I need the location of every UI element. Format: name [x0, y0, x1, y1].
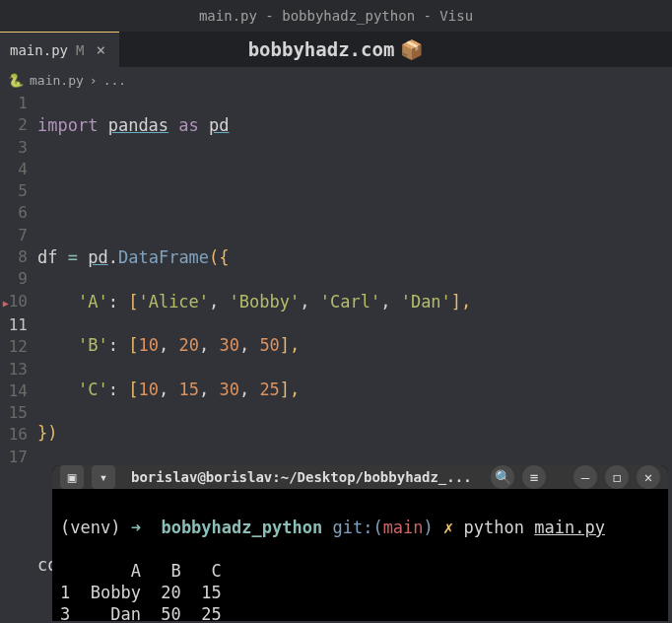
close-button[interactable]: ✕	[637, 465, 660, 489]
minimize-button[interactable]: —	[573, 465, 597, 489]
cube-icon: 📦	[400, 38, 424, 61]
new-tab-button[interactable]: ▣	[60, 465, 84, 489]
line-gutter: 123456789▶1011121314151617	[0, 93, 37, 467]
editor[interactable]: 123456789▶1011121314151617 import pandas…	[0, 93, 672, 467]
maximize-button[interactable]: ◻	[605, 465, 629, 489]
breadcrumb[interactable]: 🐍 main.py › ...	[0, 67, 672, 93]
breadcrumb-more: ...	[103, 73, 126, 88]
modified-indicator: M	[76, 42, 84, 58]
window-title: main.py - bobbyhadz_python - Visu	[199, 8, 473, 24]
menu-icon[interactable]: ≡	[522, 465, 546, 489]
tab-label: main.py	[10, 42, 68, 58]
code-area[interactable]: import pandas as pd df = pd.DataFrame({ …	[37, 93, 672, 467]
tab-bar: main.py M × bobbyhadz.com 📦	[0, 32, 672, 67]
brand-text: bobbyhadz.com	[248, 38, 395, 60]
terminal-panel: ▣ ▾ borislav@borislav:~/Desktop/bobbyhad…	[52, 465, 668, 621]
terminal-body[interactable]: (venv) ➜ bobbyhadz_python git:(main) ✗ p…	[52, 489, 668, 623]
terminal-title: borislav@borislav:~/Desktop/bobbyhadz_..…	[123, 469, 483, 485]
terminal-output: A B C 1 Bobby 20 15 3 Dan 50 25	[60, 560, 660, 623]
page-brand: bobbyhadz.com 📦	[248, 38, 425, 61]
window-titlebar: main.py - bobbyhadz_python - Visu	[0, 0, 672, 32]
breadcrumb-file: main.py	[30, 73, 84, 88]
terminal-header: ▣ ▾ borislav@borislav:~/Desktop/bobbyhad…	[52, 465, 668, 489]
python-icon: 🐍	[8, 73, 24, 88]
tab-main-py[interactable]: main.py M ×	[0, 32, 119, 67]
search-icon[interactable]: 🔍	[491, 465, 514, 489]
dropdown-button[interactable]: ▾	[92, 465, 115, 489]
close-icon[interactable]: ×	[92, 40, 109, 59]
breadcrumb-sep: ›	[90, 73, 98, 88]
